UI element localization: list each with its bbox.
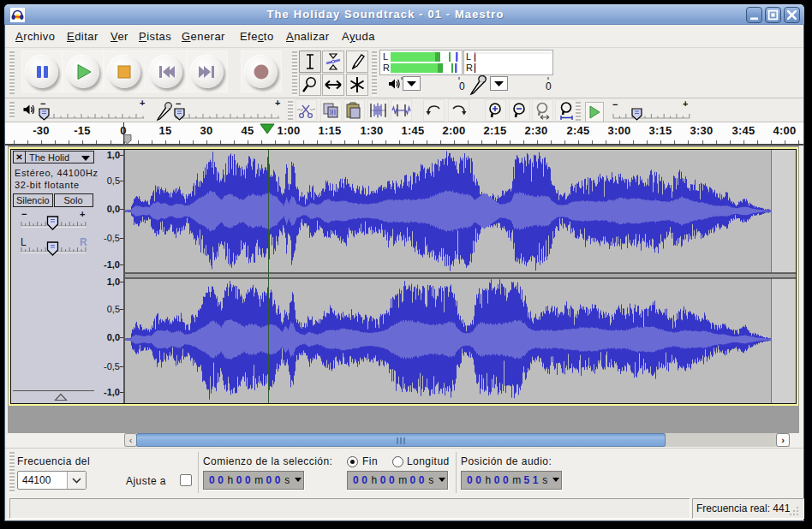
svg-text:+: + (80, 210, 85, 219)
svg-text:0: 0 (546, 80, 552, 92)
svg-text:L: L (466, 51, 471, 62)
svg-text:R: R (383, 62, 390, 73)
svg-text:−: − (176, 99, 181, 109)
svg-text:+: + (140, 99, 145, 108)
svg-text:−: − (21, 210, 27, 219)
svg-text:R: R (466, 62, 473, 73)
svg-text:0: 0 (459, 80, 465, 92)
svg-text:L: L (383, 51, 388, 62)
svg-text:+: + (275, 99, 280, 108)
svg-text:+: + (683, 100, 688, 109)
svg-text:R: R (80, 236, 87, 248)
svg-text:−: − (40, 99, 45, 109)
svg-text:L: L (21, 236, 27, 248)
svg-text:−: − (612, 100, 618, 110)
